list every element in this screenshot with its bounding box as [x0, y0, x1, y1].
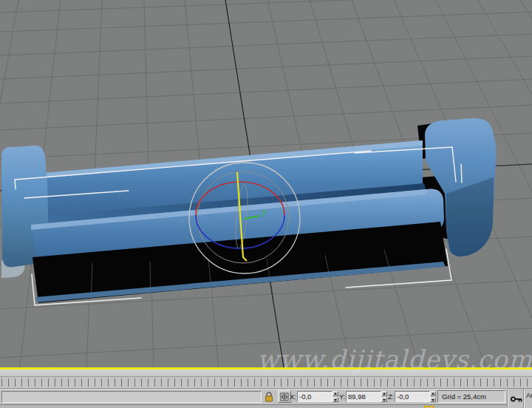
lower-toolbar-row: [0, 404, 532, 408]
keying-controls: Auto: [507, 389, 532, 408]
perspective-viewport[interactable]: y: [0, 0, 532, 367]
active-viewport-border: [0, 367, 532, 370]
prompt-line: [1, 391, 262, 403]
track-bar-ticks: [1, 378, 532, 387]
z-coord-input[interactable]: [395, 391, 430, 402]
viewport-canvas[interactable]: y: [0, 0, 532, 367]
absolute-mode-icon: [280, 392, 289, 401]
y-coord-input[interactable]: [346, 391, 381, 402]
grid-size-status: Grid = 25,4cm: [437, 390, 505, 403]
z-coord-spinner[interactable]: [430, 391, 436, 402]
y-coord-label: Y:: [339, 392, 345, 401]
auto-key-button[interactable]: Auto: [523, 389, 532, 408]
lock-icon: [265, 392, 273, 402]
status-bar: X: Y: Z: Grid = 25,4cm: [0, 389, 532, 404]
track-bar[interactable]: [0, 376, 532, 389]
key-icon: [511, 395, 522, 403]
y-coord-spinner[interactable]: [381, 391, 387, 402]
z-coord-label: Z:: [388, 392, 394, 401]
x-coord-spinner[interactable]: [332, 391, 338, 402]
set-keys-button[interactable]: [510, 390, 523, 408]
selection-lock-button[interactable]: [263, 391, 275, 403]
x-coord-input[interactable]: [297, 391, 332, 402]
auto-key-label: Auto: [526, 391, 532, 399]
x-coord-label: X:: [290, 392, 296, 401]
max-window: y www.dijitaldevs.com X:: [0, 0, 532, 408]
